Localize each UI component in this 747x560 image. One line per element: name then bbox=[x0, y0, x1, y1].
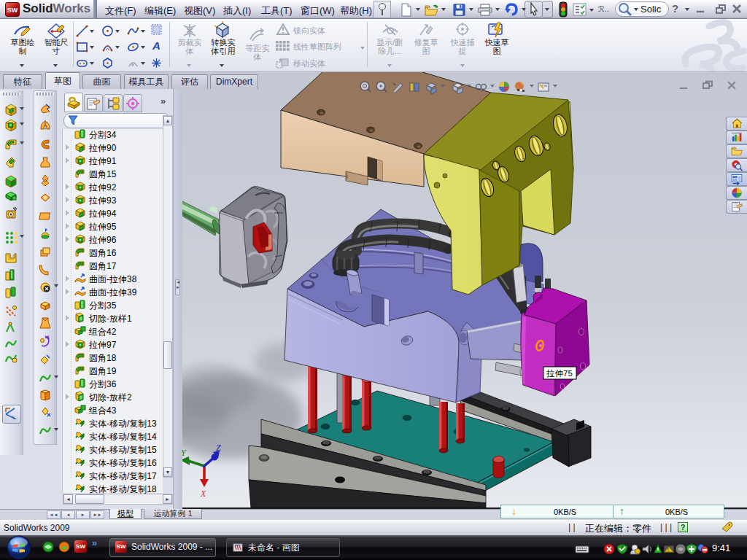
svg-text:拉伸75: 拉伸75 bbox=[546, 369, 573, 378]
svg-text:Z: Z bbox=[216, 443, 221, 453]
svg-text:!: ! bbox=[667, 548, 669, 553]
svg-text:A: A bbox=[152, 39, 160, 52]
svg-text:X: X bbox=[200, 489, 206, 499]
